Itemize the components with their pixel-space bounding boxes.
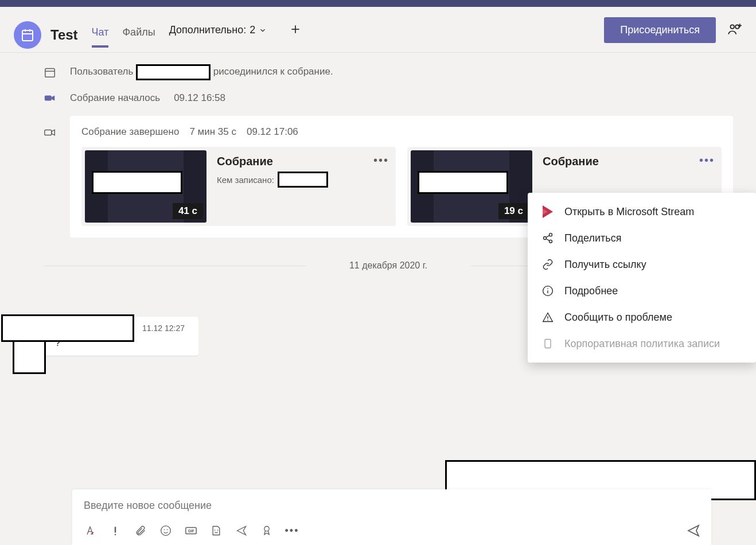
svg-rect-24 — [545, 340, 551, 348]
redacted-recorder — [278, 172, 328, 188]
meeting-ended-time: 09.12 17:06 — [247, 126, 298, 138]
importance-button[interactable] — [109, 524, 122, 537]
recorded-by-label: Кем записано: — [217, 175, 274, 185]
meeting-avatar-icon — [14, 21, 41, 49]
recording-title: Собрание — [543, 155, 716, 168]
compose-toolbar: GIF ••• — [84, 524, 700, 537]
format-icon — [84, 525, 96, 536]
svg-line-18 — [546, 239, 550, 240]
menu-get-link[interactable]: Получить ссылку — [528, 251, 756, 278]
document-icon — [541, 337, 554, 350]
ribbon-icon — [261, 525, 272, 536]
tab-files[interactable]: Файлы — [122, 22, 155, 48]
svg-point-34 — [264, 527, 269, 531]
svg-rect-12 — [45, 95, 52, 100]
recording-thumbnail: 41 с — [85, 150, 206, 223]
tab-more[interactable]: Дополнительно: 2 — [169, 24, 267, 45]
compose-input[interactable] — [84, 500, 700, 512]
plus-icon — [290, 24, 301, 35]
menu-report-label: Сообщить о проблеме — [564, 312, 672, 324]
redacted-thumb — [92, 171, 182, 194]
meet-now-button[interactable] — [235, 524, 248, 537]
menu-details-label: Подробнее — [564, 285, 618, 297]
gif-button[interactable]: GIF — [185, 524, 197, 537]
link-icon — [541, 258, 554, 271]
recording-item[interactable]: 41 с ••• Собрание Кем записано: — [81, 147, 396, 226]
tab-more-label: Дополнительно: — [169, 24, 247, 36]
menu-open-stream-label: Открыть в Microsoft Stream — [564, 206, 694, 218]
tab-chat[interactable]: Чат — [92, 22, 109, 48]
menu-report[interactable]: Сообщить о проблеме — [528, 304, 756, 330]
redacted-username — [136, 64, 211, 80]
join-button[interactable]: Присоединиться — [604, 17, 716, 43]
svg-point-16 — [550, 240, 552, 243]
svg-point-6 — [730, 25, 734, 29]
message-time: 11.12 12:27 — [142, 324, 185, 333]
svg-point-32 — [215, 530, 216, 531]
meeting-ended-label: Собрание завершено — [81, 126, 179, 138]
svg-point-23 — [547, 320, 548, 321]
event-started-label: Собрание началось — [70, 92, 160, 104]
recording-context-menu: Открыть в Microsoft Stream Поделиться По… — [528, 193, 756, 363]
redacted-thumb — [418, 171, 508, 194]
exclamation-icon — [110, 525, 121, 536]
svg-point-28 — [164, 530, 165, 531]
send-button[interactable] — [687, 524, 700, 537]
sticker-icon — [211, 525, 222, 536]
chat-title: Test — [50, 27, 78, 43]
menu-policy-label: Корпоративная политика записи — [564, 338, 720, 350]
redacted-sender-name — [1, 314, 134, 342]
svg-point-15 — [544, 237, 547, 240]
recording-duration: 19 с — [498, 203, 529, 219]
svg-rect-10 — [45, 69, 55, 77]
praise-button[interactable] — [260, 524, 273, 537]
recording-by: Кем записано: — [217, 172, 390, 188]
menu-share[interactable]: Поделиться — [528, 225, 756, 251]
attach-icon — [135, 525, 146, 536]
menu-details[interactable]: Подробнее — [528, 278, 756, 304]
event-joined-suffix: рисоединился к собрание. — [213, 66, 333, 77]
svg-point-21 — [547, 288, 548, 289]
share-icon — [541, 232, 554, 244]
svg-line-17 — [546, 235, 550, 237]
menu-share-label: Поделиться — [564, 232, 621, 244]
tab-more-count: 2 — [250, 24, 255, 36]
svg-point-33 — [217, 530, 219, 531]
info-icon — [541, 285, 554, 297]
emoji-icon — [160, 525, 172, 536]
emoji-button[interactable] — [159, 524, 172, 537]
attach-button[interactable] — [134, 524, 147, 537]
recording-title: Собрание — [217, 155, 390, 168]
warning-icon — [541, 311, 554, 324]
recording-more-button[interactable]: ••• — [699, 154, 715, 167]
chat-header: Test Чат Файлы Дополнительно: 2 Присоеди… — [0, 7, 756, 53]
compose-box: GIF ••• — [72, 489, 711, 545]
menu-open-stream[interactable]: Открыть в Microsoft Stream — [528, 198, 756, 225]
svg-point-26 — [115, 534, 116, 535]
svg-point-29 — [167, 530, 168, 531]
tabs: Чат Файлы Дополнительно: 2 — [92, 22, 302, 48]
people-add-icon — [727, 22, 742, 37]
more-actions-button[interactable]: ••• — [286, 524, 298, 537]
recording-more-button[interactable]: ••• — [373, 154, 389, 167]
event-text: Пользователь рисоединился к собрание. — [70, 64, 333, 80]
send-icon — [687, 524, 700, 538]
add-people-button[interactable] — [727, 22, 742, 39]
menu-policy: Корпоративная политика записи — [528, 330, 756, 357]
event-joined-prefix: Пользователь — [70, 66, 133, 77]
svg-rect-13 — [45, 130, 52, 135]
send-outline-icon — [236, 525, 247, 536]
menu-get-link-label: Получить ссылку — [564, 259, 646, 271]
meeting-ended-duration: 7 мин 35 с — [189, 126, 236, 138]
format-button[interactable] — [84, 524, 96, 537]
header-actions: Присоединиться — [604, 17, 742, 52]
svg-point-27 — [161, 526, 171, 536]
window-titlebar — [0, 0, 756, 7]
more-dots-icon: ••• — [285, 525, 299, 537]
gif-icon: GIF — [185, 524, 197, 537]
add-tab-button[interactable] — [290, 22, 301, 48]
video-icon — [44, 92, 56, 104]
sticker-button[interactable] — [210, 524, 223, 537]
event-started-time: 09.12 16:58 — [174, 92, 225, 104]
redacted-avatar — [13, 340, 46, 374]
